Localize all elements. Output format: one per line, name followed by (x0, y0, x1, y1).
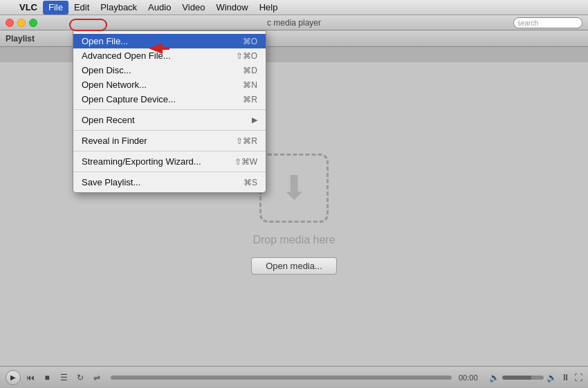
skip-back-button[interactable]: ⏮ (24, 371, 37, 385)
open-network-label: Open Network... (82, 80, 147, 90)
drop-arrow-icon: ⬇ (280, 172, 308, 205)
open-network-shortcut: ⌘N (243, 80, 257, 90)
drop-text: Drop media here (252, 234, 335, 246)
traffic-lights (6, 19, 37, 27)
menu-video[interactable]: Video (176, 1, 210, 15)
menu-playback[interactable]: Playback (95, 1, 143, 15)
separator-3 (73, 151, 266, 151)
fullscreen-button[interactable]: ⛶ (574, 373, 582, 382)
menu-streaming[interactable]: Streaming/Exporting Wizard... ⇧⌘W (73, 154, 266, 169)
save-playlist-shortcut: ⌘S (244, 178, 257, 187)
reveal-finder-label: Reveal in Finder (82, 136, 147, 146)
minimize-button[interactable] (17, 19, 26, 27)
loop-button[interactable]: ↻ (73, 371, 87, 385)
streaming-shortcut: ⇧⌘W (235, 157, 257, 167)
reveal-finder-shortcut: ⇧⌘R (236, 136, 257, 146)
close-button[interactable] (6, 19, 14, 27)
open-recent-label: Open Recent (82, 115, 135, 125)
search-placeholder: search (517, 19, 538, 27)
open-disc-shortcut: ⌘D (243, 66, 257, 75)
menu-advanced-open[interactable]: Advanced Open File... ⇧⌘O (73, 48, 266, 63)
play-icon: ▶ (10, 373, 16, 381)
menu-open-recent[interactable]: Open Recent ▶ (73, 113, 266, 127)
menu-bar: VLC File Edit Playback Audio Video Windo… (0, 0, 588, 15)
save-playlist-label: Save Playlist... (82, 177, 140, 187)
title-bar: c media player search (0, 15, 588, 30)
streaming-label: Streaming/Exporting Wizard... (82, 156, 201, 167)
stop-button[interactable]: ■ (40, 371, 54, 385)
open-file-label: Open File... (82, 36, 128, 46)
menu-save-playlist[interactable]: Save Playlist... ⌘S (73, 175, 266, 190)
progress-bar[interactable] (111, 376, 452, 380)
volume-high-icon: 🔊 (546, 373, 557, 382)
menu-window[interactable]: Window (210, 1, 253, 15)
maximize-button[interactable] (29, 19, 37, 27)
submenu-arrow-icon: ▶ (252, 116, 257, 124)
time-display: 00:00 (459, 373, 486, 382)
menu-open-file[interactable]: Open File... ⌘O (73, 34, 266, 48)
open-file-shortcut: ⌘O (243, 37, 257, 46)
window-title: c media player (267, 18, 321, 28)
advanced-open-label: Advanced Open File... (82, 50, 171, 61)
volume-icon: 🔈 (489, 373, 499, 382)
open-disc-label: Open Disc... (82, 65, 131, 75)
menu-reveal-finder[interactable]: Reveal in Finder ⇧⌘R (73, 133, 266, 148)
drop-icon-container: ⬇ (259, 154, 329, 223)
open-capture-shortcut: ⌘R (243, 95, 257, 104)
file-menu-dropdown: Open File... ⌘O Advanced Open File... ⇧⌘… (73, 30, 266, 193)
search-box[interactable]: search (513, 17, 582, 28)
menu-audio[interactable]: Audio (143, 1, 176, 15)
open-capture-label: Open Capture Device... (82, 94, 176, 104)
vlc-window: c media player search Playlist ⬇ Drop me… (0, 15, 588, 388)
playlist-label: Playlist (6, 34, 35, 44)
menu-edit[interactable]: Edit (68, 1, 95, 15)
separator-4 (73, 172, 266, 172)
menu-open-disc[interactable]: Open Disc... ⌘D (73, 63, 266, 77)
playlist-button[interactable]: ☰ (57, 371, 71, 385)
separator-2 (73, 130, 266, 131)
menu-open-network[interactable]: Open Network... ⌘N (73, 77, 266, 92)
advanced-open-shortcut: ⇧⌘O (236, 51, 257, 61)
menu-help[interactable]: Help (254, 1, 284, 15)
open-media-button[interactable]: Open media... (251, 257, 337, 275)
pause-icon: ⏸ (560, 372, 571, 382)
menu-vlc[interactable]: VLC (14, 1, 43, 15)
menu-file[interactable]: File (43, 1, 68, 15)
shuffle-button[interactable]: ⇌ (90, 371, 104, 385)
menu-open-capture[interactable]: Open Capture Device... ⌘R (73, 92, 266, 107)
bottom-bar: ▶ ⏮ ■ ☰ ↻ ⇌ 00:00 🔈 🔊 ⏸ ⛶ (0, 366, 588, 388)
separator-1 (73, 109, 266, 110)
play-button[interactable]: ▶ (6, 370, 21, 385)
volume-slider[interactable] (502, 376, 544, 380)
